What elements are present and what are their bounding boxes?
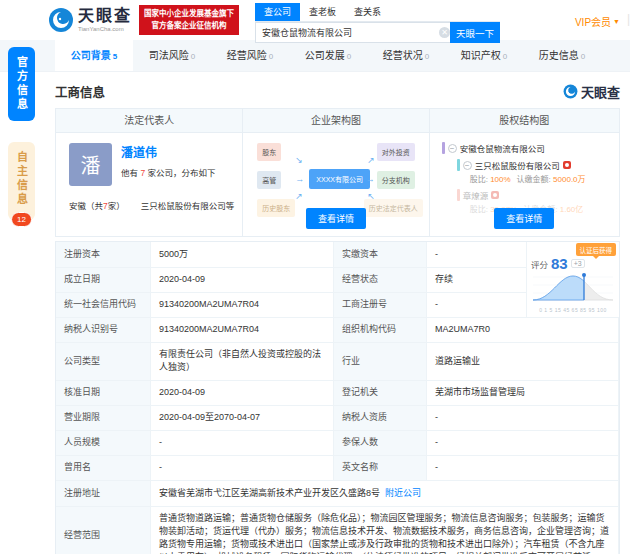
- info-label: 注册地址: [56, 481, 151, 507]
- org-node-shareholder: 股东: [257, 143, 281, 161]
- tianyancha-logo[interactable]: 天眼查 TianYanCha.com: [48, 7, 132, 33]
- score-distribution-chart: [531, 271, 615, 305]
- tab-count: 0: [347, 52, 351, 61]
- tianyancha-watermark-icon: [563, 84, 578, 99]
- tab-count: 0: [425, 52, 429, 61]
- info-label: 纳税人识别号: [56, 318, 151, 343]
- info-label: 登记机关: [334, 381, 427, 406]
- info-label: 统一社会信用代码: [56, 293, 151, 318]
- org-node-history-shareholder: 历史股东: [257, 199, 295, 217]
- info-value: 91340200MA2UMA7R04: [151, 318, 334, 343]
- arrow-icon: →: [366, 174, 375, 184]
- arrow-icon: →: [295, 174, 304, 184]
- equity-chart-detail-button[interactable]: 查看详情: [494, 208, 554, 229]
- search-tabs: 查公司 查老板 查关系: [255, 3, 500, 22]
- section-title: 工商信息: [55, 82, 105, 101]
- info-label: 组织机构代码: [334, 318, 427, 343]
- column-header-org-chart: 企业架构图: [243, 109, 429, 132]
- info-label: 注册资本: [56, 242, 151, 268]
- info-value: 2020-04-09至2070-04-07: [151, 406, 334, 431]
- avatar[interactable]: 潘: [69, 143, 112, 186]
- score-delta: +3: [571, 259, 585, 268]
- tab-company-development[interactable]: 公司发展0: [289, 40, 367, 71]
- search-input[interactable]: [255, 22, 450, 43]
- vip-link[interactable]: VIP会员 ▼: [575, 14, 620, 29]
- tab-judicial-risk[interactable]: 司法风险0: [133, 40, 211, 71]
- legal-rep-name-link[interactable]: 潘道伟: [121, 143, 215, 160]
- info-value: 有限责任公司（非自然人投资或控股的法人独资）: [151, 343, 334, 381]
- company-nav-tabs: 公司背景5 司法风险0 经营风险0 公司发展0 经营状况0 知识产权0 历史信息…: [0, 40, 630, 72]
- legal-rep-company-link[interactable]: 三只松鼠股份有限公司等: [141, 199, 235, 211]
- equity-root-company[interactable]: 安徽仓鼠物流有限公司: [460, 142, 545, 154]
- nearby-companies-link[interactable]: 附近公司: [385, 487, 421, 500]
- logo-subtitle: TianYanCha.com: [78, 26, 132, 32]
- tree-color-bar: [442, 142, 445, 154]
- tianyancha-watermark: 天眼查: [563, 82, 620, 101]
- column-header-legal-rep: 法定代表人: [56, 109, 243, 132]
- score-unlock-badge: 认证后获得: [576, 243, 617, 256]
- info-label: 公司类型: [56, 343, 151, 381]
- business-info-table: 注册资本 5000万 实缴资本 - 认证后获得 评分 83 +3 0 1 5 1…: [55, 241, 620, 554]
- info-value: 道路运输业: [427, 343, 619, 381]
- info-value: -: [151, 431, 334, 456]
- org-chart-detail-button[interactable]: 查看详情: [306, 208, 366, 229]
- gov-badge-line1: 国家中小企业发展基金旗下: [144, 8, 234, 20]
- clear-icon[interactable]: ✕: [439, 27, 450, 38]
- side-tab-official-info[interactable]: 官方信息: [8, 47, 35, 121]
- equity-shareholder-link[interactable]: 章燎源: [463, 189, 489, 201]
- info-value: -: [151, 456, 334, 481]
- info-value: 2020-04-09: [151, 381, 334, 406]
- search-tab-company[interactable]: 查公司: [255, 3, 300, 21]
- collapse-icon[interactable]: −: [448, 144, 457, 153]
- company-logo-icon: [491, 191, 499, 199]
- search-tab-relation[interactable]: 查关系: [345, 3, 390, 21]
- tree-color-bar: [457, 189, 460, 201]
- equity-tree: − 安徽仓鼠物流有限公司 − 三只松鼠股份有限公司 股比: 100%认缴金额: …: [430, 133, 619, 214]
- arrow-icon: ↗: [295, 191, 303, 201]
- info-value: MA2UMA7R0: [427, 318, 619, 343]
- registered-address: 安徽省芜湖市弋江区芜湖高新技术产业开发区久盛路8号: [159, 487, 380, 500]
- tab-count: 0: [503, 52, 507, 61]
- score-axis-ticks: 0 1 5 15 45 65 85 95 100: [531, 307, 615, 313]
- tab-count: 0: [581, 52, 585, 61]
- tree-color-bar: [457, 159, 460, 171]
- search-tab-boss[interactable]: 查老板: [300, 3, 345, 21]
- column-header-equity-chart: 股权结构图: [430, 109, 619, 132]
- vip-label: VIP会员: [575, 14, 611, 29]
- info-label: 工商注册号: [334, 293, 427, 318]
- equity-chart-cell: − 安徽仓鼠物流有限公司 − 三只松鼠股份有限公司 股比: 100%认缴金额: …: [430, 133, 619, 236]
- tab-count: 0: [269, 52, 273, 61]
- tab-company-background[interactable]: 公司背景5: [55, 40, 133, 71]
- info-value: 2020-04-09: [151, 268, 334, 293]
- top-header: 天眼查 TianYanCha.com 国家中小企业发展基金旗下 官方备案企业征信…: [0, 0, 630, 40]
- search-button[interactable]: 天眼一下: [450, 22, 500, 43]
- score-label: 评分: [531, 258, 548, 270]
- tab-intellectual-property[interactable]: 知识产权0: [445, 40, 523, 71]
- org-node-company: XXXX有限公司: [309, 169, 370, 189]
- tab-history-info[interactable]: 历史信息0: [523, 40, 601, 71]
- panel-body: 潘 潘道伟 他有 7 家公司，分布如下 安徽（共7家） 三只松鼠股份有限公司等 …: [56, 133, 619, 236]
- info-value: -: [427, 242, 527, 268]
- arrow-icon: ↖: [367, 191, 375, 201]
- side-tab-self-info[interactable]: 自主信息 12: [8, 142, 35, 220]
- score-chart-cell: 认证后获得 评分 83 +3 0 1 5 15 45 65 85 95 100: [527, 242, 619, 318]
- info-value: 91340200MA2UMA7R04: [151, 293, 334, 318]
- tab-count: 5: [113, 52, 117, 61]
- info-value: -: [427, 456, 619, 481]
- legal-rep-description: 他有 7 家公司，分布如下: [121, 166, 215, 178]
- company-logo-icon: [563, 161, 571, 169]
- chevron-down-icon: ▼: [613, 18, 620, 25]
- org-chart-cell: 股东 高管 历史股东 XXXX有限公司 对外投资 分支机构 历史法定代表人 ↘ …: [243, 133, 429, 236]
- collapse-icon[interactable]: −: [463, 161, 472, 170]
- org-node-branch: 分支机构: [377, 171, 415, 189]
- section-header: 工商信息 天眼查: [0, 72, 630, 108]
- panel-header-row: 法定代表人 企业架构图 股权结构图: [56, 109, 619, 133]
- info-label: 经营范围: [56, 507, 151, 554]
- tab-operating-risk[interactable]: 经营风险0: [211, 40, 289, 71]
- info-value: -: [427, 293, 527, 318]
- info-label: 人员规模: [56, 431, 151, 456]
- info-label: 经营状态: [334, 268, 427, 293]
- tab-operating-status[interactable]: 经营状况0: [367, 40, 445, 71]
- equity-shareholder-link[interactable]: 三只松鼠股份有限公司: [475, 159, 560, 171]
- info-label: 营业期限: [56, 406, 151, 431]
